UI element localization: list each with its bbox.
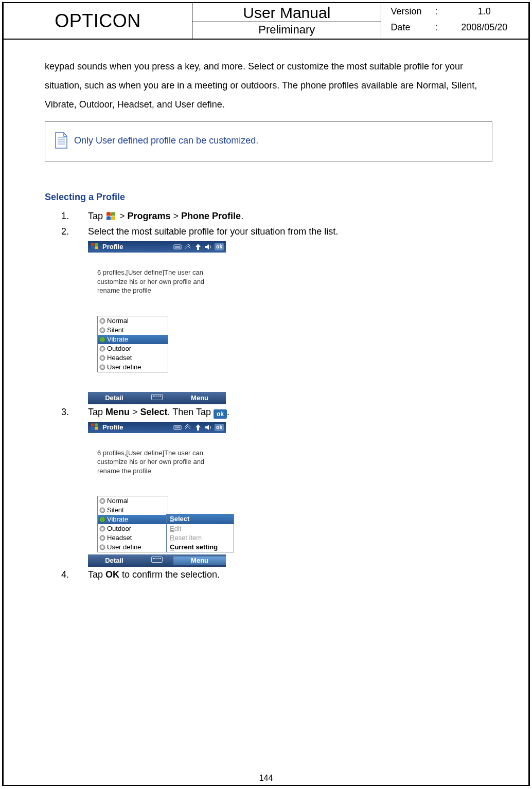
doc-subtitle: Preliminary <box>192 22 381 39</box>
ok-icon: ok <box>214 409 227 419</box>
softkey-detail[interactable]: Detail <box>88 557 140 565</box>
list-item[interactable]: Silent <box>98 326 168 335</box>
page-number: 144 <box>4 774 528 783</box>
svg-point-31 <box>101 537 103 539</box>
svg-point-8 <box>101 320 103 322</box>
windows-start-icon[interactable] <box>90 242 99 252</box>
step-text: . <box>241 211 243 221</box>
list-item[interactable]: Outdoor <box>98 524 168 533</box>
gear-icon <box>99 526 105 532</box>
doc-title: User Manual <box>192 3 381 22</box>
keyboard-status-icon <box>173 424 182 431</box>
svg-point-29 <box>101 528 103 530</box>
menu-item-edit[interactable]: Edit <box>167 524 234 533</box>
gear-icon <box>99 516 105 523</box>
speaker-icon <box>204 243 212 250</box>
list-item[interactable]: Headset <box>98 533 168 543</box>
profile-list[interactable]: Normal Silent Vibrate Outdoor Headset Us… <box>97 496 168 552</box>
screenshot-description: 6 profiles,[User define]The user can cus… <box>97 268 223 295</box>
document-header: OPTICON User Manual Preliminary Version … <box>4 3 528 40</box>
connection-icon <box>184 424 192 431</box>
gear-icon <box>99 507 105 513</box>
softkey-keyboard[interactable] <box>140 557 173 565</box>
menu-popup: Select Edit Reset item Current setting <box>166 514 234 552</box>
profile-list[interactable]: Normal Silent Vibrate Outdoor Headset Us… <box>97 316 168 372</box>
programs-label: Programs <box>128 211 171 221</box>
svg-rect-19 <box>174 425 181 429</box>
svg-point-25 <box>101 509 103 511</box>
svg-point-14 <box>101 348 103 350</box>
window-title: Profile <box>102 423 173 432</box>
keyboard-icon <box>151 557 163 563</box>
menu-item-select[interactable]: Select <box>167 514 234 524</box>
screenshot-description: 6 profiles,[User define]The user can cus… <box>97 449 223 476</box>
ok-button[interactable]: ok <box>215 424 224 431</box>
gear-icon <box>99 364 105 370</box>
softkey-menu[interactable]: Menu <box>173 557 226 565</box>
version-value: 1.0 <box>447 6 521 17</box>
gear-icon <box>99 498 105 504</box>
step-text: . Then Tap <box>168 407 214 417</box>
connection-icon <box>184 243 192 250</box>
ok-button[interactable]: ok <box>215 243 224 250</box>
gear-icon <box>99 535 105 541</box>
list-item[interactable]: Headset <box>98 353 168 363</box>
section-heading: Selecting a Profile <box>45 188 492 207</box>
step-text: to confirm the selection. <box>119 569 220 580</box>
profile-label: Silent <box>107 506 124 514</box>
brand: OPTICON <box>4 3 192 39</box>
list-item[interactable]: Outdoor <box>98 344 168 353</box>
keyboard-status-icon <box>173 243 182 250</box>
list-item-selected[interactable]: Vibrate <box>98 335 168 344</box>
speaker-icon <box>204 424 212 431</box>
step-text: > <box>117 211 128 221</box>
ok-label: OK <box>105 569 119 580</box>
svg-point-12 <box>101 338 103 340</box>
screenshot-menu-popup: Profile ok 6 profiles,[User define]The u… <box>88 422 226 567</box>
menu-item-reset[interactable]: Reset item <box>167 533 234 543</box>
list-item[interactable]: User define <box>98 543 168 552</box>
gear-icon <box>99 327 105 333</box>
gear-icon <box>99 346 105 352</box>
note-text: Only User defined profile can be customi… <box>74 131 258 150</box>
svg-point-27 <box>101 518 103 521</box>
svg-point-33 <box>101 546 103 548</box>
date-value: 2008/05/20 <box>447 22 521 33</box>
select-label: Select <box>140 407 168 417</box>
windows-start-icon <box>105 211 117 223</box>
softkey-menu[interactable]: Menu <box>173 394 226 402</box>
colon: : <box>435 22 447 33</box>
step-4: Tap OK to confirm the selection. <box>88 568 492 582</box>
keyboard-icon <box>151 394 163 400</box>
list-item-selected[interactable]: Vibrate <box>98 515 168 524</box>
profile-label: Headset <box>107 534 132 542</box>
step-text: Tap <box>88 569 105 580</box>
signal-icon <box>194 243 202 250</box>
step-3: Tap Menu > Select. Then Tap ok. Profile … <box>88 405 492 567</box>
profile-label: Outdoor <box>107 345 131 353</box>
profile-label: Normal <box>107 497 129 505</box>
list-item[interactable]: Normal <box>98 496 168 506</box>
note-icon <box>54 132 69 149</box>
signal-icon <box>194 424 202 431</box>
list-item[interactable]: Normal <box>98 316 168 326</box>
list-item[interactable]: Silent <box>98 506 168 515</box>
phone-profile-label: Phone Profile <box>181 211 241 221</box>
profile-label: User define <box>107 363 141 371</box>
svg-point-10 <box>101 329 103 331</box>
gear-icon <box>99 318 105 324</box>
profile-label: Headset <box>107 354 132 362</box>
intro-paragraph: keypad sounds when you press a key, and … <box>45 57 492 114</box>
list-item[interactable]: User define <box>98 363 168 372</box>
gear-icon <box>99 544 105 550</box>
softkey-detail[interactable]: Detail <box>88 394 140 402</box>
menu-item-current-setting[interactable]: Current setting <box>167 543 234 552</box>
step-text: Tap <box>88 211 105 221</box>
window-title: Profile <box>102 243 173 251</box>
svg-point-16 <box>101 357 103 359</box>
softkey-keyboard[interactable] <box>140 394 173 402</box>
profile-label: Silent <box>107 326 124 334</box>
profile-label: Vibrate <box>107 515 128 524</box>
windows-start-icon[interactable] <box>90 423 99 432</box>
step-text: Select the most suitable profile for you… <box>88 226 338 237</box>
